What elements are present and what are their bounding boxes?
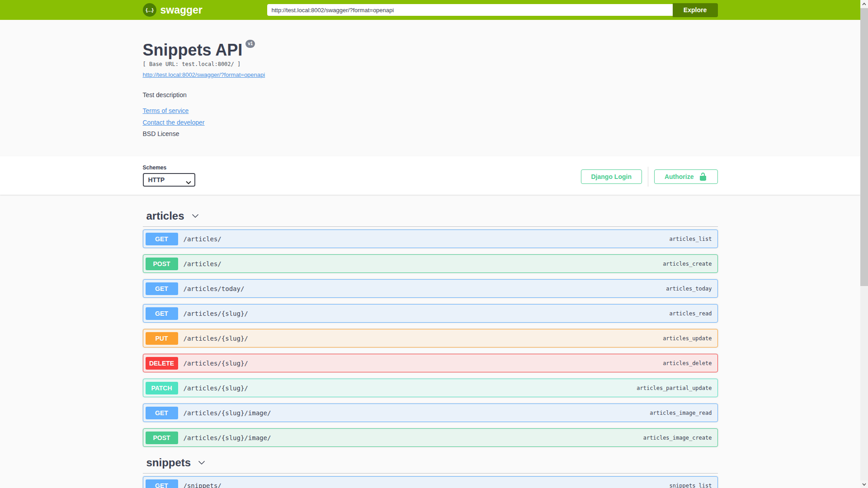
api-description: Test description <box>143 91 718 99</box>
brand-name: swagger <box>160 4 203 16</box>
tag-label: snippets <box>146 456 191 469</box>
operation-id: articles_today <box>666 286 712 292</box>
swagger-logo-icon: {…} <box>143 3 156 17</box>
chevron-down-icon <box>191 211 200 221</box>
explore-button[interactable]: Explore <box>673 3 718 17</box>
operation-path: /articles/ <box>184 235 222 243</box>
scrollbar-up-arrow[interactable] <box>860 0 868 8</box>
operation-path: /articles/{slug}/image/ <box>184 409 271 417</box>
unlocked-padlock-icon <box>698 172 708 181</box>
operation-id: articles_read <box>670 310 712 317</box>
django-login-button[interactable]: Django Login <box>581 169 642 184</box>
operation-path: /articles/{slug}/image/ <box>184 434 271 441</box>
method-badge: DELETE <box>146 357 178 370</box>
tag-section-articles: articlesGET/articles/articles_listPOST/a… <box>143 206 718 447</box>
schemes-label: Schemes <box>143 164 195 171</box>
auth-wrapper: Django Login Authorize <box>581 167 718 187</box>
authorize-button[interactable]: Authorize <box>654 169 718 184</box>
operation-path: /articles/{slug}/ <box>184 360 248 367</box>
scrollbar-down-arrow[interactable] <box>860 480 868 488</box>
tag-section-snippets: snippetsGET/snippets/snippets_list <box>143 453 718 488</box>
operation-id: articles_list <box>670 236 712 242</box>
operation-id: articles_create <box>663 261 712 267</box>
api-title: Snippets APIv1 <box>143 41 718 60</box>
opblock-articles_delete[interactable]: DELETE/articles/{slug}/articles_delete <box>143 354 718 372</box>
chevron-down-icon <box>197 458 206 467</box>
information-container: Snippets APIv1 [ Base URL: test.local:80… <box>0 20 860 156</box>
authorize-label: Authorize <box>665 173 694 180</box>
operation-id: articles_delete <box>663 360 712 366</box>
method-badge: GET <box>146 282 178 295</box>
operation-id: articles_update <box>663 335 712 342</box>
tag-label: articles <box>146 209 184 223</box>
opblock-articles_today[interactable]: GET/articles/today/articles_today <box>143 279 718 298</box>
opblock-articles_update[interactable]: PUT/articles/{slug}/articles_update <box>143 329 718 347</box>
schemes-select[interactable]: HTTP <box>143 173 195 187</box>
topbar: {…} swagger Explore <box>0 0 860 20</box>
license-text: BSD License <box>143 130 718 137</box>
operation-id: articles_image_read <box>650 410 712 416</box>
opblock-articles_partial_update[interactable]: PATCH/articles/{slug}/articles_partial_u… <box>143 379 718 397</box>
contact-developer-link[interactable]: Contact the developer <box>143 119 205 126</box>
method-badge: POST <box>146 432 178 444</box>
schemes-group: Schemes HTTP <box>143 164 195 187</box>
operation-path: /articles/{slug}/ <box>184 310 248 317</box>
opblock-articles_image_create[interactable]: POST/articles/{slug}/image/articles_imag… <box>143 428 718 447</box>
opblock-articles_read[interactable]: GET/articles/{slug}/articles_read <box>143 304 718 323</box>
operation-path: /articles/{slug}/ <box>184 335 248 342</box>
version-badge: v1 <box>245 40 255 48</box>
operation-path: /articles/{slug}/ <box>184 385 248 392</box>
api-title-text: Snippets API <box>143 41 243 59</box>
scheme-container: Schemes HTTP Django Login Authorize <box>0 156 860 195</box>
operation-path: /articles/today/ <box>184 285 245 292</box>
method-badge: PUT <box>146 332 178 345</box>
tag-header-snippets[interactable]: snippets <box>143 453 718 474</box>
method-badge: GET <box>146 233 178 245</box>
spec-url-input[interactable] <box>267 4 673 16</box>
operation-path: /articles/ <box>184 260 222 267</box>
operation-id: articles_image_create <box>643 435 712 441</box>
method-badge: GET <box>146 479 178 488</box>
opblock-articles_list[interactable]: GET/articles/articles_list <box>143 230 718 248</box>
opblock-snippets_list[interactable]: GET/snippets/snippets_list <box>143 476 718 488</box>
django-login-label: Django Login <box>591 173 632 180</box>
spec-link[interactable]: http://test.local:8002/swagger/?format=o… <box>143 71 265 78</box>
auth-divider <box>648 167 648 187</box>
swagger-ui-page: {…} swagger Explore Snippets APIv1 [ Bas… <box>0 0 860 488</box>
terms-of-service-link[interactable]: Terms of service <box>143 107 189 114</box>
browser-scrollbar <box>860 0 868 488</box>
method-badge: PATCH <box>146 382 178 394</box>
operation-id: articles_partial_update <box>637 385 712 391</box>
scrollbar-thumb[interactable] <box>860 8 868 286</box>
opblock-articles_create[interactable]: POST/articles/articles_create <box>143 254 718 273</box>
method-badge: POST <box>146 258 178 270</box>
operation-path: /snippets/ <box>184 482 222 488</box>
tag-header-articles[interactable]: articles <box>143 206 718 227</box>
swagger-logo-link[interactable]: {…} swagger <box>143 3 203 17</box>
method-badge: GET <box>146 407 178 419</box>
explore-form: Explore <box>267 3 718 17</box>
opblock-articles_image_read[interactable]: GET/articles/{slug}/image/articles_image… <box>143 404 718 422</box>
method-badge: GET <box>146 307 178 320</box>
base-url: [ Base URL: test.local:8002/ ] <box>143 61 718 68</box>
operation-id: snippets_list <box>670 483 712 488</box>
operations-sections: articlesGET/articles/articles_listPOST/a… <box>143 206 718 488</box>
